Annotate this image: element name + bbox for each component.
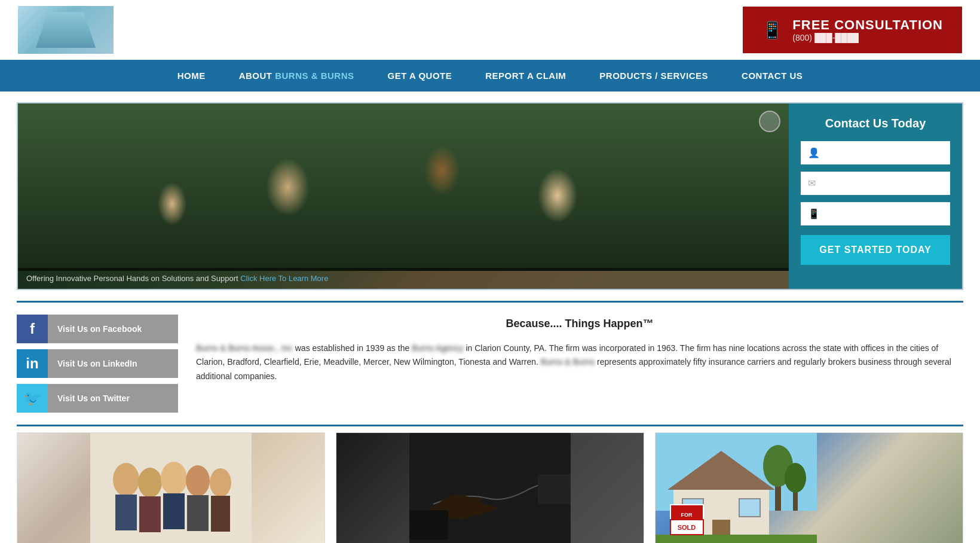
- hero-people-image: [18, 103, 789, 271]
- about-headline: Because.... Things Happen™: [196, 315, 963, 333]
- email-input[interactable]: [822, 179, 943, 188]
- agency-name-blurred: Burns Agency: [412, 343, 463, 353]
- hero-image: Offering Innovative Personal Hands on So…: [18, 103, 789, 289]
- consultation-text: FREE CONSULTATION (800) ███-████: [792, 17, 943, 42]
- svg-point-5: [161, 462, 187, 495]
- linkedin-label: Visit Us on LinkedIn: [48, 349, 178, 378]
- svg-point-7: [186, 465, 210, 496]
- consultation-phone: (800) ███-████: [792, 33, 943, 42]
- svg-rect-13: [538, 474, 571, 504]
- phone-icon: 📱: [762, 20, 783, 40]
- main-navigation: HOME ABOUT BURNS & BURNS GET A QUOTE REP…: [0, 60, 980, 91]
- about-body: Burns & Burns Assoc., Inc was establishe…: [196, 341, 963, 384]
- contact-form-panel: Contact Us Today 👤 ✉ 📱 GET STARTED TODAY: [789, 103, 962, 289]
- twitter-icon: 🐦: [17, 384, 48, 413]
- svg-point-9: [210, 468, 231, 497]
- linkedin-link[interactable]: in Visit Us on LinkedIn: [17, 349, 178, 378]
- phone-input[interactable]: [826, 209, 943, 219]
- svg-point-18: [785, 463, 806, 493]
- nav-get-quote[interactable]: GET A QUOTE: [371, 60, 469, 91]
- facebook-icon: f: [17, 315, 48, 343]
- name-input[interactable]: [826, 148, 943, 158]
- svg-rect-2: [115, 495, 137, 530]
- about-section: Because.... Things Happen™ Burns & Burns…: [196, 315, 963, 413]
- svg-rect-24: [656, 535, 817, 543]
- handshake-svg: [409, 432, 571, 543]
- consultation-title: FREE CONSULTATION: [792, 17, 943, 33]
- bottom-images-section: FOR SOLD: [17, 432, 963, 543]
- nav-contact-us[interactable]: CONTACT US: [725, 60, 819, 91]
- linkedin-icon: in: [17, 349, 48, 378]
- svg-rect-6: [163, 493, 185, 529]
- email-icon: ✉: [808, 178, 816, 189]
- nav-about[interactable]: ABOUT BURNS & BURNS: [222, 60, 371, 91]
- logo-shape: [36, 12, 96, 48]
- email-field-wrapper: ✉: [801, 172, 950, 195]
- twitter-link[interactable]: 🐦 Visit Us on Twitter: [17, 384, 178, 413]
- social-links: f Visit Us on Facebook in Visit Us on Li…: [17, 315, 178, 413]
- hero-caption-text: Offering Innovative Personal Hands on So…: [26, 274, 238, 283]
- consultation-button[interactable]: 📱 FREE CONSULTATION (800) ███-████: [743, 7, 962, 53]
- name-icon: 👤: [808, 147, 820, 158]
- bottom-image-handshake: [336, 432, 644, 543]
- hero-caption: Offering Innovative Personal Hands on So…: [18, 268, 789, 289]
- nav-home[interactable]: HOME: [161, 60, 222, 91]
- svg-rect-10: [211, 496, 230, 532]
- twitter-label: Visit Us on Twitter: [48, 384, 178, 413]
- bottom-image-team: [17, 432, 325, 543]
- svg-rect-8: [187, 495, 209, 531]
- house-svg: FOR SOLD: [656, 433, 817, 543]
- bottom-image-house: FOR SOLD: [655, 432, 963, 543]
- header: 📱 FREE CONSULTATION (800) ███-████: [0, 0, 980, 60]
- nav-report-claim[interactable]: REPORT A CLAIM: [468, 60, 583, 91]
- svg-text:SOLD: SOLD: [678, 524, 696, 531]
- hero-circle-icon: [759, 111, 780, 132]
- svg-point-1: [113, 463, 139, 496]
- svg-rect-4: [139, 496, 161, 532]
- facebook-link[interactable]: f Visit Us on Facebook: [17, 315, 178, 343]
- phone-field-icon: 📱: [808, 208, 820, 219]
- svg-rect-12: [409, 510, 448, 540]
- company-name-blurred: Burns & Burns Assoc., Inc: [196, 343, 293, 353]
- get-started-button[interactable]: GET STARTED TODAY: [801, 235, 950, 265]
- svg-text:FOR: FOR: [681, 512, 693, 518]
- name-field-wrapper: 👤: [801, 141, 950, 164]
- svg-point-3: [138, 468, 162, 498]
- nav-about-highlight: BURNS & BURNS: [275, 71, 354, 81]
- hero-learn-more-link[interactable]: Click Here To Learn More: [240, 274, 328, 283]
- team-photo-svg: [90, 432, 252, 543]
- phone-field-wrapper: 📱: [801, 202, 950, 225]
- company-blurred: Burns & Burns: [541, 357, 595, 367]
- about-text-before: was established in 1939 as the: [295, 343, 412, 353]
- middle-section: f Visit Us on Facebook in Visit Us on Li…: [17, 301, 963, 426]
- facebook-label: Visit Us on Facebook: [48, 315, 178, 343]
- contact-form-title: Contact Us Today: [801, 117, 950, 130]
- logo: [18, 6, 114, 54]
- svg-rect-23: [739, 499, 760, 517]
- hero-section: Offering Innovative Personal Hands on So…: [17, 102, 963, 290]
- nav-products-services[interactable]: PRODUCTS / SERVICES: [583, 60, 725, 91]
